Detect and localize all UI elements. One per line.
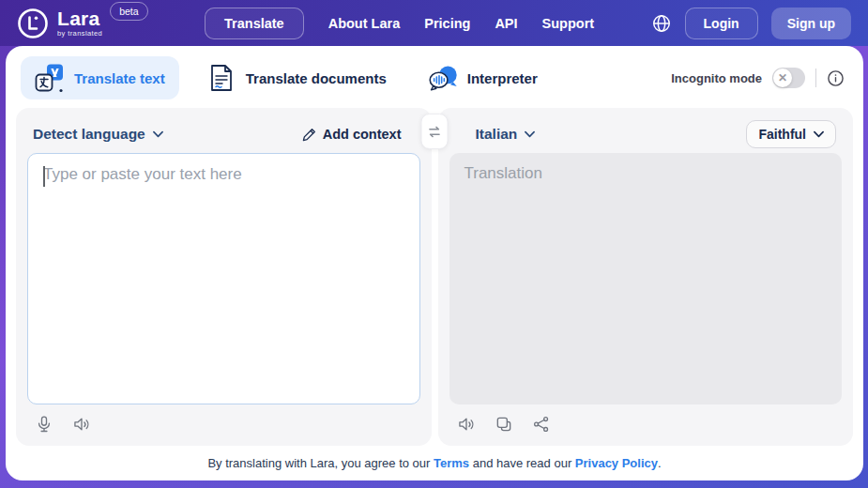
language-globe-icon[interactable]: [651, 13, 672, 34]
translation-style-select[interactable]: Faithful: [746, 120, 836, 148]
top-header: Lara by translated beta Translate About …: [0, 0, 868, 46]
chevron-down-icon: [525, 130, 535, 138]
tab-interpreter[interactable]: Interpreter: [414, 56, 552, 99]
target-panel: Italian Faithful Translation: [438, 108, 854, 446]
source-text-area-wrap: [27, 153, 420, 404]
translation-output: Translation: [449, 153, 843, 404]
microphone-icon[interactable]: [35, 415, 53, 434]
tab-translate-documents-label: Translate documents: [246, 70, 387, 86]
nav-item-translate[interactable]: Translate: [205, 8, 304, 39]
source-language-label: Detect language: [33, 126, 145, 143]
toggle-knob-x-icon: ✕: [773, 69, 792, 87]
brand-text: Lara by translated: [57, 8, 102, 38]
terms-footer: By translating with Lara, you agree to o…: [6, 446, 863, 480]
terms-text-after: .: [658, 456, 662, 470]
tabs-row: Translate text Translate documents Inter…: [6, 46, 863, 108]
source-panel-header: Detect language Add context: [27, 115, 420, 153]
divider: [815, 69, 816, 87]
swap-arrows-icon: [428, 126, 442, 138]
share-icon[interactable]: [532, 415, 551, 434]
lara-logo[interactable]: Lara by translated: [17, 8, 102, 39]
beta-badge: beta: [110, 2, 147, 21]
brand-byline: by translated: [57, 30, 102, 38]
speaker-icon[interactable]: [72, 415, 91, 434]
target-language-label: Italian: [476, 126, 518, 143]
incognito-mode-label: Incognito mode: [671, 71, 762, 85]
target-panel-footer: [449, 404, 843, 440]
login-button[interactable]: Login: [685, 8, 758, 39]
source-language-select[interactable]: Detect language: [33, 126, 163, 143]
target-language-select[interactable]: Italian: [476, 126, 536, 143]
translate-card: Translate text Translate documents Inter…: [6, 46, 863, 480]
main-nav: Translate About Lara Pricing API Support: [205, 8, 594, 39]
tab-translate-text[interactable]: Translate text: [21, 56, 179, 99]
text-caret: [43, 166, 45, 187]
source-panel-footer: [27, 404, 420, 440]
target-panel-header: Italian Faithful: [449, 115, 843, 153]
terms-text-before: By translating with Lara, you agree to o…: [207, 456, 434, 470]
incognito-group: Incognito mode ✕: [671, 68, 845, 88]
info-icon[interactable]: [827, 69, 845, 87]
header-right-group: Login Sign up: [651, 8, 851, 39]
nav-item-pricing[interactable]: Pricing: [424, 16, 470, 31]
tab-interpreter-label: Interpreter: [467, 70, 538, 86]
brand-name: Lara: [57, 8, 102, 28]
lara-logo-icon: [17, 8, 49, 39]
swap-languages-button[interactable]: [421, 114, 449, 149]
translate-text-icon: [35, 63, 65, 93]
interpreter-icon: [428, 63, 458, 93]
nav-item-support[interactable]: Support: [542, 16, 595, 31]
translation-style-label: Faithful: [758, 127, 806, 142]
chevron-down-icon: [153, 130, 163, 138]
chevron-down-icon: [814, 130, 824, 138]
tab-translate-text-label: Translate text: [74, 70, 165, 86]
translate-documents-icon: [206, 63, 236, 93]
terms-link[interactable]: Terms: [434, 456, 469, 470]
speaker-icon[interactable]: [457, 415, 476, 434]
add-context-button[interactable]: Add context: [302, 127, 415, 142]
add-context-label: Add context: [323, 127, 402, 142]
pencil-icon: [302, 128, 316, 142]
signup-button[interactable]: Sign up: [771, 8, 851, 39]
tab-translate-documents[interactable]: Translate documents: [192, 56, 401, 99]
nav-item-about-lara[interactable]: About Lara: [328, 16, 401, 31]
nav-item-api[interactable]: API: [495, 16, 517, 31]
translate-panels: Detect language Add context: [6, 108, 863, 446]
source-text-input[interactable]: [28, 154, 419, 404]
incognito-toggle[interactable]: ✕: [772, 68, 805, 88]
privacy-policy-link[interactable]: Privacy Policy: [575, 456, 658, 470]
terms-text-middle: and have read our: [469, 456, 575, 470]
source-panel: Detect language Add context: [16, 108, 432, 446]
copy-icon[interactable]: [495, 415, 513, 434]
